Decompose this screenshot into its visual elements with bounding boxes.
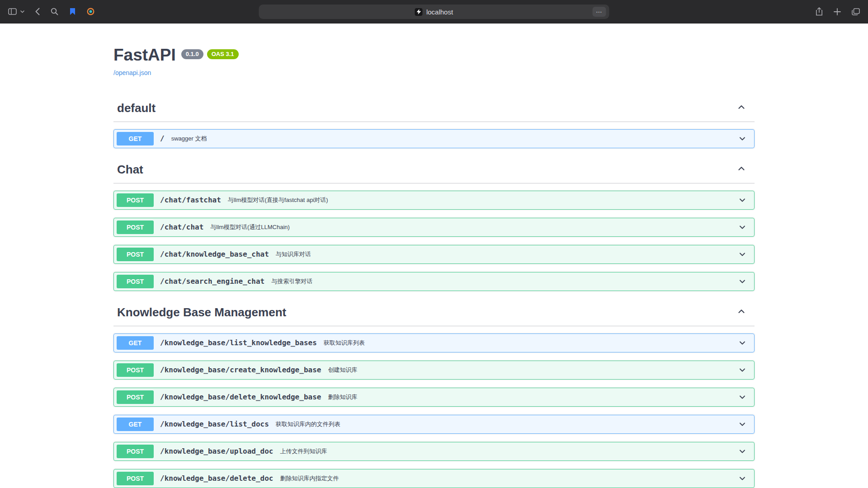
operation-description: 获取知识库列表 — [324, 339, 365, 347]
operation-row[interactable]: GET /knowledge_base/list_docs 获取知识库内的文件列… — [113, 415, 755, 434]
oas-badge: OAS 3.1 — [207, 49, 239, 59]
chevron-down-icon[interactable] — [738, 338, 747, 347]
operation-description: 与知识库对话 — [276, 250, 311, 258]
operation-description: 删除知识库内指定文件 — [280, 474, 339, 483]
operation-description: 获取知识库内的文件列表 — [276, 420, 340, 428]
operation-row[interactable]: GET /knowledge_base/list_knowledge_bases… — [113, 333, 755, 352]
method-badge: GET — [117, 336, 154, 350]
chevron-down-icon[interactable] — [738, 366, 747, 375]
chevron-down-icon[interactable] — [738, 277, 747, 286]
method-badge: GET — [117, 132, 154, 145]
operation-path: /chat/chat — [160, 223, 203, 231]
version-badge: 0.1.0 — [181, 49, 203, 59]
operation-row[interactable]: POST /knowledge_base/upload_doc 上传文件到知识库 — [113, 442, 755, 461]
operation-description: 创建知识库 — [328, 366, 357, 374]
method-badge: POST — [117, 248, 154, 261]
operation-description: 上传文件到知识库 — [280, 447, 327, 455]
chevron-down-icon[interactable] — [738, 196, 747, 205]
operation-row[interactable]: POST /knowledge_base/delete_doc 删除知识库内指定… — [113, 469, 755, 488]
section-header[interactable]: Knowledge Base Management — [113, 299, 755, 326]
sidebar-toggle-icon[interactable] — [7, 7, 18, 16]
method-badge: POST — [117, 193, 154, 207]
operation-row[interactable]: POST /chat/search_engine_chat 与搜索引擎对话 — [113, 272, 755, 291]
url-text: localhost — [426, 8, 453, 16]
share-icon[interactable] — [815, 6, 824, 17]
operation-path: /chat/knowledge_base_chat — [160, 250, 269, 258]
operation-row[interactable]: POST /knowledge_base/create_knowledge_ba… — [113, 361, 755, 380]
operation-path: /knowledge_base/create_knowledge_base — [160, 366, 321, 374]
operation-description: 与llm模型对话(通过LLMChain) — [210, 223, 290, 231]
method-badge: POST — [117, 221, 154, 234]
chevron-up-icon[interactable] — [736, 306, 746, 318]
method-badge: POST — [117, 390, 154, 404]
operation-description: 与llm模型对话(直接与fastchat api对话) — [228, 196, 328, 204]
section-chat: Chat POST /chat/fastchat 与llm模型对话(直接与fas… — [113, 156, 755, 291]
operation-row[interactable]: POST /chat/fastchat 与llm模型对话(直接与fastchat… — [113, 191, 755, 210]
openapi-spec-link[interactable]: /openapi.json — [113, 69, 151, 76]
section-header[interactable]: Chat — [113, 156, 755, 183]
chevron-down-icon[interactable] — [738, 420, 747, 429]
back-icon[interactable] — [34, 7, 41, 16]
operation-path: /knowledge_base/list_knowledge_bases — [160, 338, 317, 347]
section-title: Knowledge Base Management — [117, 305, 286, 319]
chevron-up-icon[interactable] — [736, 102, 746, 114]
chevron-down-icon[interactable] — [19, 9, 25, 14]
chevron-down-icon[interactable] — [738, 223, 747, 232]
chevron-down-icon[interactable] — [738, 393, 747, 402]
operation-path: /knowledge_base/upload_doc — [160, 447, 273, 455]
method-badge: POST — [117, 472, 154, 485]
chevron-down-icon[interactable] — [738, 447, 747, 456]
operation-row[interactable]: POST /knowledge_base/delete_knowledge_ba… — [113, 388, 755, 407]
operation-row[interactable]: GET / swagger 文档 — [113, 129, 755, 148]
chevron-down-icon[interactable] — [738, 474, 747, 483]
section-title: Chat — [117, 163, 143, 177]
swagger-page: FastAPI 0.1.0 OAS 3.1 /openapi.json defa… — [0, 23, 868, 488]
chevron-down-icon[interactable] — [738, 134, 747, 143]
chevron-down-icon[interactable] — [738, 250, 747, 259]
method-badge: POST — [117, 445, 154, 458]
operation-row[interactable]: POST /chat/knowledge_base_chat 与知识库对话 — [113, 245, 755, 264]
tab-overview-icon[interactable] — [851, 7, 861, 16]
operation-path: / — [160, 134, 165, 143]
section-default: default GET / swagger 文档 — [113, 95, 755, 148]
ellipsis-icon[interactable]: ⋯ — [593, 7, 606, 17]
extension-blue-icon[interactable] — [68, 7, 77, 16]
browser-toolbar: localhost ⋯ — [0, 0, 868, 23]
operation-description: 删除知识库 — [328, 393, 357, 401]
operation-description: swagger 文档 — [171, 135, 207, 143]
method-badge: GET — [117, 418, 154, 431]
operation-path: /knowledge_base/list_docs — [160, 420, 269, 428]
method-badge: POST — [117, 275, 154, 288]
method-badge: POST — [117, 363, 154, 377]
url-bar[interactable]: localhost ⋯ — [259, 5, 609, 19]
extension-ring-icon[interactable] — [86, 7, 95, 16]
page-title: FastAPI — [113, 46, 176, 65]
search-icon[interactable] — [50, 7, 59, 16]
operation-description: 与搜索引擎对话 — [271, 277, 312, 286]
chevron-up-icon[interactable] — [736, 164, 746, 175]
section-title: default — [117, 101, 156, 115]
operation-path: /chat/fastchat — [160, 196, 221, 204]
operation-row[interactable]: POST /chat/chat 与llm模型对话(通过LLMChain) — [113, 218, 755, 237]
section-header[interactable]: default — [113, 95, 755, 122]
operation-path: /knowledge_base/delete_knowledge_base — [160, 393, 321, 401]
section-knowledge-base: Knowledge Base Management GET /knowledge… — [113, 299, 755, 488]
operation-path: /knowledge_base/delete_doc — [160, 474, 273, 483]
new-tab-icon[interactable] — [833, 7, 842, 16]
favicon-lightning-icon — [415, 8, 423, 16]
operation-path: /chat/search_engine_chat — [160, 277, 264, 286]
api-info: FastAPI 0.1.0 OAS 3.1 /openapi.json — [113, 46, 755, 77]
